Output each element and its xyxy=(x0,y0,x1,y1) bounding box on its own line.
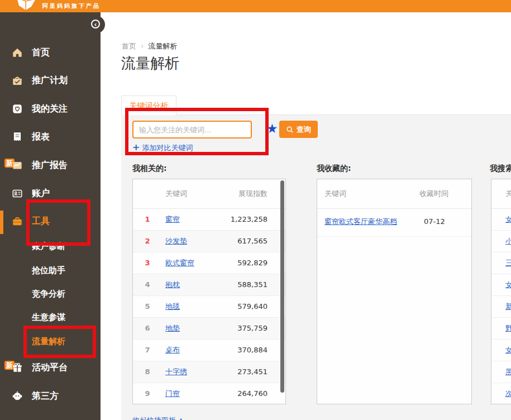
table-row: 9门帘264,760 xyxy=(133,383,285,405)
id-card-icon xyxy=(11,187,23,199)
sidebar-item-promo-report[interactable]: 推广报告 新 xyxy=(0,158,101,174)
favorite-time: 07-12 xyxy=(424,209,445,235)
keyword-link[interactable]: 门帘 xyxy=(165,383,180,404)
table-row: 黑 xyxy=(491,361,511,383)
rank: 6 xyxy=(141,318,154,339)
table-row: 7桌布370,884 xyxy=(133,340,285,361)
keyword-link[interactable]: 桌布 xyxy=(165,340,180,361)
sidebar-item-activity-platform[interactable]: 活动平台 新 xyxy=(0,360,101,376)
sidebar-subitem-competition-analysis[interactable]: 竞争分析 xyxy=(32,289,65,301)
sidebar-item-campaigns[interactable]: 推广计划 xyxy=(0,73,101,89)
sidebar-subitem-account-diagnosis[interactable]: 账户诊断 xyxy=(32,241,65,254)
keyword-link[interactable]: 女 xyxy=(505,340,511,361)
topbar: 阿里妈妈旗下产品 xyxy=(0,0,511,12)
add-compare-label: 添加对比关键词 xyxy=(142,144,193,152)
sidebar-item-tools[interactable]: 工具 xyxy=(0,214,101,230)
keyword-link[interactable]: 窗帘 xyxy=(165,209,180,230)
keyword-link[interactable]: 新 xyxy=(505,296,511,317)
favorites-table: 关键词 收藏时间 窗帘欧式客厅豪华高档 07-12 xyxy=(317,179,472,404)
table-row: 三 xyxy=(491,252,511,274)
keyword-link[interactable]: 小 xyxy=(505,231,511,252)
sidebar-subitem-business-advisor[interactable]: 生意参谋 xyxy=(32,312,65,324)
table-row: 小 xyxy=(491,231,511,252)
keyword-link[interactable]: 沙发垫 xyxy=(165,231,187,252)
impression-value: 370,884 xyxy=(237,340,268,361)
sidebar-item-label: 活动平台 xyxy=(32,362,68,374)
keyword-link[interactable]: 地毯 xyxy=(165,296,180,317)
sidebar-subitem-traffic-analysis[interactable]: 流量解析 xyxy=(32,336,65,349)
tab-keyword-analysis[interactable]: 关键词分析 xyxy=(121,96,176,115)
keyword-link[interactable]: 女 xyxy=(505,209,511,230)
chevron-up-icon: ∧ xyxy=(178,416,184,420)
table-header: 关键词 xyxy=(491,179,511,209)
table-row: 女 xyxy=(491,274,511,296)
table-row: 8十字绣273,451 xyxy=(133,361,285,383)
sidebar-item-home[interactable]: 首页 xyxy=(0,45,101,61)
rank: 9 xyxy=(141,383,154,404)
sidebar: ‹ 首页 推广计划 我的关注 报表 推广报告 新 账户 xyxy=(0,12,101,420)
report-icon xyxy=(11,131,23,143)
heart-icon xyxy=(11,103,23,115)
keyword-link[interactable]: 窗帘欧式客厅豪华高档 xyxy=(324,209,397,235)
sidebar-item-reports[interactable]: 报表 xyxy=(0,130,101,145)
keyword-link[interactable]: 女 xyxy=(505,274,511,295)
searched-keywords-table: 关键词 女 小 三 女 新 野 女 黑 次 xyxy=(491,179,511,404)
brand-text: 阿里妈妈旗下产品 xyxy=(42,2,101,10)
keyword-link[interactable]: 地垫 xyxy=(165,318,180,339)
keyword-link[interactable]: 十字绣 xyxy=(165,361,187,383)
sidebar-item-my-follows[interactable]: 我的关注 xyxy=(0,102,101,117)
table-row: 1窗帘1,223,258 xyxy=(133,209,285,231)
breadcrumb-current: 流量解析 xyxy=(149,42,178,50)
impression-value: 579,640 xyxy=(237,296,268,317)
keyword-link[interactable]: 次 xyxy=(505,383,511,404)
sidebar-item-label: 账户 xyxy=(32,188,50,199)
impression-value: 588,351 xyxy=(237,274,268,295)
table-row: 次 xyxy=(491,383,511,405)
keyword-link[interactable]: 欧式窗帘 xyxy=(165,252,194,274)
table-row: 女 xyxy=(491,209,511,231)
keyword-link[interactable]: 抱枕 xyxy=(165,274,180,295)
collapse-quick-panel-link[interactable]: 收起快捷面板 ∧ xyxy=(132,416,184,420)
sidebar-item-label: 报表 xyxy=(32,131,50,143)
rank: 7 xyxy=(141,340,154,361)
rank: 4 xyxy=(141,274,154,295)
keyword-link[interactable]: 三 xyxy=(505,252,511,274)
col-keyword: 关键词 xyxy=(324,179,346,208)
sidebar-subitem-rank-assistant[interactable]: 抢位助手 xyxy=(32,265,65,278)
home-icon xyxy=(11,46,23,59)
sidebar-collapse-button[interactable]: ‹ xyxy=(87,16,105,34)
sidebar-item-label: 第三方 xyxy=(32,390,59,402)
plus-icon: + xyxy=(132,142,140,152)
col-keyword: 关键词 xyxy=(165,179,187,208)
keyword-search-input[interactable] xyxy=(132,121,252,139)
table-scrollbar[interactable] xyxy=(280,180,284,393)
sidebar-item-third-party[interactable]: 第三方 xyxy=(0,389,101,404)
breadcrumb-home-link[interactable]: 首页 xyxy=(122,42,136,50)
table-row: 野 xyxy=(491,318,511,340)
keyword-link[interactable]: 野 xyxy=(505,318,511,339)
query-button-label: 查询 xyxy=(297,125,311,135)
robot-icon xyxy=(11,390,23,402)
impression-value: 617,565 xyxy=(237,231,268,252)
chevron-right-icon: › xyxy=(141,41,144,50)
gift-icon xyxy=(11,361,23,374)
toolbox-icon xyxy=(11,215,23,227)
sidebar-item-label: 推广报告 xyxy=(32,160,68,171)
table-row: 窗帘欧式客厅豪华高档 07-12 xyxy=(317,209,471,237)
rank: 5 xyxy=(141,296,154,317)
related-panel-title: 我相关的: xyxy=(132,164,167,174)
sidebar-item-label: 工具 xyxy=(32,216,50,227)
sidebar-item-account[interactable]: 账户 xyxy=(0,186,101,202)
impression-value: 1,223,258 xyxy=(231,209,268,230)
impression-value: 273,451 xyxy=(237,361,268,383)
keyword-link[interactable]: 黑 xyxy=(505,361,511,383)
sidebar-item-label: 我的关注 xyxy=(32,103,68,115)
query-button[interactable]: 查询 xyxy=(279,121,318,138)
rank: 1 xyxy=(141,209,154,230)
related-keywords-table: 关键词 展现指数 1窗帘1,223,258 2沙发垫617,565 3欧式窗帘5… xyxy=(132,179,286,404)
add-compare-keyword-link[interactable]: +添加对比关键词 xyxy=(132,142,193,153)
page-title: 流量解析 xyxy=(121,54,179,73)
chevron-left-icon: ‹ xyxy=(91,20,100,28)
sidebar-item-label: 首页 xyxy=(32,47,50,59)
favorite-star-icon[interactable]: ★ xyxy=(266,121,278,136)
